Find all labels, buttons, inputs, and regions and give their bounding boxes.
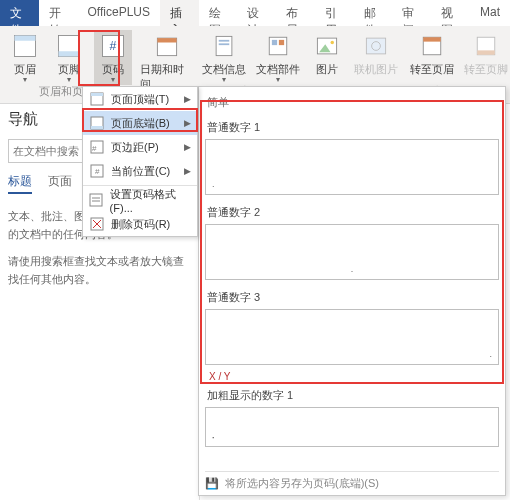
- gallery-footer-label: 将所选内容另存为页码(底端)(S): [225, 476, 379, 491]
- tab-ref[interactable]: 引用: [315, 0, 354, 26]
- svg-rect-13: [279, 40, 284, 45]
- remove-icon: [89, 216, 105, 232]
- docinfo-button[interactable]: 文档信息 ▾: [200, 30, 248, 85]
- navtab-pages[interactable]: 页面: [48, 173, 72, 194]
- svg-rect-26: [91, 126, 103, 129]
- gallery-item3-label: 普通数字 3: [205, 284, 499, 309]
- tab-start[interactable]: 开始: [39, 0, 78, 26]
- page-bottom-icon: [89, 115, 105, 131]
- tab-layout[interactable]: 布局: [276, 0, 315, 26]
- gallery-section-xy: X / Y: [205, 369, 499, 382]
- onlinepics-label: 联机图片: [354, 62, 398, 77]
- tab-design[interactable]: 设计: [237, 0, 276, 26]
- save-selection-icon: 💾: [205, 477, 219, 490]
- quickparts-button[interactable]: 文档部件 ▾: [254, 30, 302, 85]
- title-tabs: 文件 开始 OfficePLUS 插入 绘图 设计 布局 引用 邮件 审阅 视图…: [0, 0, 510, 26]
- tab-file[interactable]: 文件: [0, 0, 39, 26]
- submenu-arrow-icon: ▶: [184, 142, 191, 152]
- gallery-item2-label: 普通数字 2: [205, 199, 499, 224]
- tab-mail[interactable]: 邮件: [354, 0, 393, 26]
- svg-text:#: #: [95, 167, 100, 176]
- tab-view[interactable]: 视图: [431, 0, 470, 26]
- gotofooter-label: 转至页脚: [464, 62, 508, 77]
- svg-text:#: #: [110, 39, 117, 53]
- menu-format[interactable]: 设置页码格式(F)...: [83, 188, 197, 212]
- svg-rect-12: [272, 40, 277, 45]
- submenu-arrow-icon: ▶: [184, 118, 191, 128]
- pagenum-button[interactable]: # 页码 ▾: [94, 30, 132, 85]
- menu-remove[interactable]: 删除页码(R): [83, 212, 197, 236]
- page-current-icon: #: [89, 163, 105, 179]
- gallery-item1-label: 普通数字 1: [205, 114, 499, 139]
- submenu-arrow-icon: ▶: [184, 94, 191, 104]
- svg-rect-20: [423, 37, 441, 41]
- header-button[interactable]: 页眉 ▾: [6, 30, 44, 85]
- menu-current[interactable]: # 当前位置(C) ▶: [83, 159, 197, 183]
- page-top-icon: [89, 91, 105, 107]
- svg-rect-8: [216, 36, 232, 55]
- pagenum-gallery: 简单 普通数字 1 · 普通数字 2 · 普通数字 3 · X / Y 加粗显示…: [198, 86, 506, 496]
- svg-rect-31: [90, 194, 102, 206]
- svg-rect-10: [219, 43, 230, 45]
- submenu-arrow-icon: ▶: [184, 166, 191, 176]
- footer-button[interactable]: 页脚 ▾: [50, 30, 88, 85]
- menu-remove-label: 删除页码(R): [111, 217, 170, 232]
- menu-format-label: 设置页码格式(F)...: [110, 187, 191, 214]
- svg-rect-3: [59, 51, 80, 56]
- gotoheader-button[interactable]: 转至页眉: [408, 30, 456, 79]
- tab-officeplus[interactable]: OfficePLUS: [78, 0, 160, 26]
- svg-rect-22: [477, 50, 495, 54]
- menu-top-label: 页面顶端(T): [111, 92, 169, 107]
- format-icon: [89, 192, 104, 208]
- page-margins-icon: #: [89, 139, 105, 155]
- gallery-item1[interactable]: ·: [205, 139, 499, 195]
- svg-rect-7: [157, 38, 176, 42]
- svg-rect-24: [91, 93, 103, 96]
- svg-text:#: #: [92, 144, 97, 153]
- pictures-label: 图片: [316, 62, 338, 77]
- svg-rect-1: [15, 36, 36, 41]
- pagenum-menu: 页面顶端(T) ▶ 页面底端(B) ▶ # 页边距(P) ▶ # 当前位置(C)…: [82, 86, 198, 237]
- tab-insert[interactable]: 插入: [160, 0, 199, 26]
- gallery-item3[interactable]: ·: [205, 309, 499, 365]
- svg-point-16: [331, 41, 335, 45]
- menu-current-label: 当前位置(C): [111, 164, 170, 179]
- menu-margins[interactable]: # 页边距(P) ▶: [83, 135, 197, 159]
- gallery-bold-label: 加粗显示的数字 1: [205, 382, 499, 407]
- menu-top[interactable]: 页面顶端(T) ▶: [83, 87, 197, 111]
- tab-mat[interactable]: Mat: [470, 0, 510, 26]
- gotoheader-label: 转至页眉: [410, 62, 454, 77]
- svg-rect-17: [366, 38, 385, 54]
- nav-help2: 请使用搜索框查找文本或者放大镜查找任何其他内容。: [8, 253, 191, 288]
- menu-bottom[interactable]: 页面底端(B) ▶: [83, 111, 197, 135]
- gallery-footer[interactable]: 💾 将所选内容另存为页码(底端)(S): [205, 471, 499, 491]
- gallery-bold-item[interactable]: ·: [205, 407, 499, 447]
- gallery-section-simple: 简单: [205, 91, 499, 114]
- menu-bottom-label: 页面底端(B): [111, 116, 170, 131]
- tab-review[interactable]: 审阅: [392, 0, 431, 26]
- gotofooter-button[interactable]: 转至页脚: [462, 30, 510, 79]
- svg-rect-9: [219, 40, 230, 42]
- menu-margins-label: 页边距(P): [111, 140, 159, 155]
- navtab-headings[interactable]: 标题: [8, 173, 32, 194]
- pictures-button[interactable]: 图片: [308, 30, 346, 79]
- tab-draw[interactable]: 绘图: [199, 0, 238, 26]
- onlinepics-button[interactable]: 联机图片: [352, 30, 400, 79]
- gallery-item2[interactable]: ·: [205, 224, 499, 280]
